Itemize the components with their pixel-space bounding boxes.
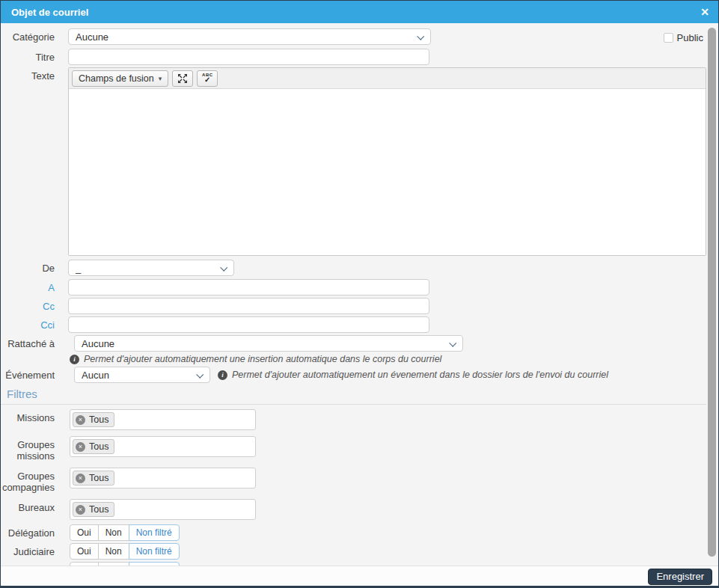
groupes-missions-label: Groupes missions xyxy=(1,436,55,462)
missions-row: Missions × Tous xyxy=(1,409,718,430)
tag-chip: × Tous xyxy=(73,439,114,454)
delegation-nonfiltre-button[interactable]: Non filtré xyxy=(129,524,180,541)
rattache-help-text: Permet d'ajouter automatiquement une ins… xyxy=(84,354,441,364)
missions-tag-input[interactable]: × Tous xyxy=(70,409,256,430)
spellcheck-button[interactable]: ABC ✓ xyxy=(197,70,218,87)
chevron-down-icon xyxy=(449,340,456,347)
tag-label: Tous xyxy=(89,504,108,515)
editor-toolbar: Champs de fusion ▾ xyxy=(69,68,706,89)
remove-tag-icon[interactable]: × xyxy=(76,415,85,425)
titre-label: Titre xyxy=(1,49,55,63)
texte-label: Texte xyxy=(1,67,55,82)
delegation-oui-button[interactable]: Oui xyxy=(70,524,99,541)
avenant1-label: Avenant 1 xyxy=(1,565,55,566)
groupes-compagnies-tag-input[interactable]: × Tous xyxy=(70,468,256,489)
delegation-toggle-group: Oui Non Non filtré xyxy=(70,524,180,541)
categorie-label: Catégorie xyxy=(1,28,55,43)
fullscreen-icon xyxy=(177,73,188,84)
spellcheck-icon: ABC ✓ xyxy=(202,73,213,84)
filters-heading: Filtres xyxy=(1,385,706,405)
evenement-value: Aucun xyxy=(82,370,109,381)
judiciaire-label: Judiciaire xyxy=(1,546,55,557)
close-icon[interactable]: ✕ xyxy=(700,7,709,17)
rattache-help: i Permet d'ajouter automatiquement une i… xyxy=(70,353,718,365)
delegation-non-button[interactable]: Non xyxy=(98,524,129,541)
public-checkbox[interactable] xyxy=(664,33,673,43)
evenement-label: Événement xyxy=(1,367,55,381)
merge-fields-button[interactable]: Champs de fusion ▾ xyxy=(72,70,168,87)
dialog-titlebar: Objet de courriel ✕ xyxy=(1,1,718,23)
cci-label[interactable]: Cci xyxy=(1,316,55,331)
categorie-row: Catégorie Aucune xyxy=(1,28,718,45)
chevron-down-icon: ▾ xyxy=(159,75,162,82)
categorie-select[interactable]: Aucune xyxy=(68,28,431,45)
cc-label[interactable]: Cc xyxy=(1,298,55,312)
vertical-scrollbar[interactable] xyxy=(708,28,716,557)
evenement-row: Événement Aucun i Permet d'ajouter autom… xyxy=(1,367,718,383)
avenant1-nonfiltre-button[interactable]: Non filtré xyxy=(129,562,180,566)
delegation-label: Délégation xyxy=(1,527,55,539)
a-label[interactable]: A xyxy=(1,279,55,293)
judiciaire-non-button[interactable]: Non xyxy=(98,543,129,560)
chevron-down-icon xyxy=(220,264,227,272)
de-row: De _ xyxy=(1,260,718,276)
cc-input[interactable] xyxy=(68,298,429,314)
public-label: Public xyxy=(677,32,703,43)
judiciaire-oui-button[interactable]: Oui xyxy=(70,543,99,560)
public-field: Public xyxy=(664,32,703,43)
dialog-title: Objet de courriel xyxy=(11,7,700,18)
judiciaire-nonfiltre-button[interactable]: Non filtré xyxy=(129,543,180,560)
remove-tag-icon[interactable]: × xyxy=(76,505,85,515)
richtext-editor: Champs de fusion ▾ xyxy=(68,67,706,256)
groupes-missions-row: Groupes missions × Tous xyxy=(1,436,718,462)
chevron-down-icon xyxy=(196,371,204,379)
tag-label: Tous xyxy=(89,441,108,452)
groupes-missions-tag-input[interactable]: × Tous xyxy=(70,436,256,457)
a-row: A xyxy=(1,279,718,295)
de-label: De xyxy=(1,260,55,274)
save-button[interactable]: Enregistrer xyxy=(648,569,712,585)
judiciaire-row: Judiciaire Oui Non Non filtré xyxy=(1,543,718,560)
bureaux-row: Bureaux × Tous xyxy=(1,499,718,520)
cci-row: Cci xyxy=(1,316,718,333)
tag-chip: × Tous xyxy=(73,412,114,427)
tag-chip: × Tous xyxy=(73,502,114,517)
avenant1-oui-button[interactable]: Oui xyxy=(70,562,99,566)
titre-input[interactable] xyxy=(68,49,429,65)
rattache-value: Aucune xyxy=(82,338,114,349)
texte-row: Texte Champs de fusion ▾ xyxy=(1,67,718,256)
dialog-content: Catégorie Aucune Public Titre Texte Cham… xyxy=(1,23,718,566)
judiciaire-toggle-group: Oui Non Non filtré xyxy=(70,543,180,560)
de-value: _ xyxy=(76,263,81,274)
remove-tag-icon[interactable]: × xyxy=(76,474,85,483)
cc-row: Cc xyxy=(1,298,718,314)
dialog-footer: Enregistrer xyxy=(1,566,718,587)
bureaux-tag-input[interactable]: × Tous xyxy=(70,499,256,520)
avenant1-row: Avenant 1 Oui Non Non filtré xyxy=(1,562,718,566)
tag-label: Tous xyxy=(89,414,108,425)
evenement-help-text: Permet d'ajouter automatiquement un éven… xyxy=(232,370,608,380)
titre-row: Titre xyxy=(1,49,718,65)
de-select[interactable]: _ xyxy=(68,260,234,276)
a-input[interactable] xyxy=(68,279,429,295)
fullscreen-button[interactable] xyxy=(172,70,193,87)
groupes-compagnies-row: Groupes compagnies × Tous xyxy=(1,468,718,493)
evenement-select[interactable]: Aucun xyxy=(74,367,210,383)
avenant1-toggle-group: Oui Non Non filtré xyxy=(70,562,180,566)
email-subject-dialog: Objet de courriel ✕ Catégorie Aucune Pub… xyxy=(0,0,719,588)
bureaux-label: Bureaux xyxy=(1,499,55,513)
cci-input[interactable] xyxy=(68,316,429,333)
tag-chip: × Tous xyxy=(73,471,114,486)
tag-label: Tous xyxy=(89,473,108,483)
rattache-label: Rattaché à xyxy=(1,335,55,349)
chevron-down-icon xyxy=(417,33,424,40)
merge-fields-label: Champs de fusion xyxy=(79,73,154,84)
rattache-row: Rattaché à Aucune xyxy=(1,335,718,352)
groupes-compagnies-label: Groupes compagnies xyxy=(1,468,55,493)
editor-text-area[interactable] xyxy=(69,89,706,255)
delegation-row: Délégation Oui Non Non filtré xyxy=(1,524,718,541)
remove-tag-icon[interactable]: × xyxy=(76,442,85,452)
rattache-select[interactable]: Aucune xyxy=(74,335,463,352)
avenant1-non-button[interactable]: Non xyxy=(98,562,129,566)
missions-label: Missions xyxy=(1,409,55,423)
